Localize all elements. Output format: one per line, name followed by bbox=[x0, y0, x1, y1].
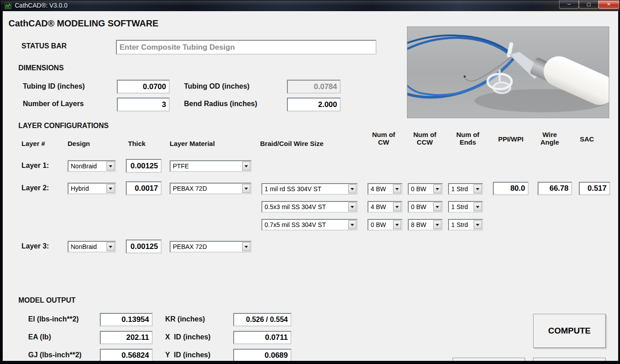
layer2-wire3-cw-select[interactable]: 0 BW bbox=[368, 219, 402, 231]
bend-radius-label: Bend Radius (inches) bbox=[184, 100, 257, 108]
y-id-output bbox=[233, 349, 291, 361]
layer2-thick-input[interactable] bbox=[126, 181, 162, 195]
layer2-wire1-size-value: 1 mil rd SS 304V ST bbox=[262, 185, 348, 193]
chevron-down-icon[interactable] bbox=[242, 184, 250, 193]
layer2-wire3-ccw-value: 8 BW bbox=[409, 221, 433, 228]
layer2-wire3-size-value: 0.7x5 mil SS 304V ST bbox=[262, 221, 348, 228]
layer2-wire3-ccw-select[interactable]: 8 BW bbox=[408, 219, 443, 231]
layer2-wire2-ends-value: 1 Strd bbox=[449, 203, 473, 210]
layer3-thick-input[interactable] bbox=[126, 240, 162, 253]
chevron-down-icon[interactable] bbox=[433, 202, 441, 211]
ea-label: EA (lb) bbox=[28, 333, 51, 341]
layer2-wire1-ends-value: 1 Strd bbox=[449, 185, 473, 193]
layer2-material-select[interactable]: PEBAX 72D bbox=[170, 183, 252, 194]
chevron-down-icon[interactable] bbox=[433, 220, 441, 229]
status-bar-label: STATUS BAR bbox=[21, 42, 67, 50]
chevron-down-icon[interactable] bbox=[393, 220, 401, 229]
chevron-down-icon[interactable] bbox=[107, 162, 115, 171]
col-design: Design bbox=[68, 140, 90, 147]
layer2-label: Layer 2: bbox=[21, 184, 49, 192]
layer2-design-select[interactable]: Hybrid bbox=[68, 183, 116, 194]
minimize-button[interactable]: ─ bbox=[559, 0, 579, 9]
layer2-wire2-size-value: 0.5x3 mil SS 304V ST bbox=[262, 203, 348, 210]
layer3-label: Layer 3: bbox=[21, 242, 49, 250]
layer3-material-value: PEBAX 72D bbox=[171, 243, 242, 250]
layer1-design-select[interactable]: NonBraid bbox=[68, 160, 116, 172]
layer3-material-select[interactable]: PEBAX 72D bbox=[170, 241, 252, 253]
layer2-wire3-ends-select[interactable]: 1 Strd bbox=[448, 219, 483, 231]
col-sac: SAC bbox=[569, 135, 605, 143]
compute-button[interactable]: COMPUTE bbox=[533, 314, 606, 348]
close-button[interactable]: ✕ bbox=[599, 0, 619, 9]
chevron-down-icon[interactable] bbox=[107, 184, 115, 193]
layer2-ppi-input[interactable] bbox=[493, 182, 529, 195]
layer2-wire2-ends-select[interactable]: 1 Strd bbox=[448, 201, 483, 213]
layer2-wire2-cw-select[interactable]: 4 BW bbox=[368, 201, 402, 213]
x-id-label: X ID (inches) bbox=[165, 333, 210, 341]
layer2-wire1-ends-select[interactable]: 1 Strd bbox=[448, 183, 483, 195]
layer3-design-select[interactable]: NonBraid bbox=[68, 241, 116, 253]
col-num-cw: Num ofCW bbox=[366, 131, 402, 146]
title-bar[interactable]: CathCAD®: V3.0.0 ─ ▢ ✕ bbox=[0, 0, 620, 11]
layer1-label: Layer 1: bbox=[21, 162, 49, 170]
layer2-wire2-ccw-select[interactable]: 0 BW bbox=[408, 201, 443, 213]
layer2-wire-angle-output bbox=[538, 182, 572, 195]
gj-label: GJ (lbs-inch**2) bbox=[28, 351, 81, 359]
chevron-down-icon[interactable] bbox=[348, 202, 356, 211]
y-id-label: Y ID (inches) bbox=[165, 351, 210, 359]
chevron-down-icon[interactable] bbox=[433, 184, 441, 193]
col-wire-angle: WireAngle bbox=[532, 131, 568, 146]
chevron-down-icon[interactable] bbox=[474, 220, 482, 229]
chevron-down-icon[interactable] bbox=[474, 202, 482, 211]
partial-button-right[interactable] bbox=[533, 358, 606, 361]
layer-config-section-label: LAYER CONFIGURATIONS bbox=[18, 122, 109, 130]
chevron-down-icon[interactable] bbox=[474, 184, 482, 193]
layer2-wire2-cw-value: 4 BW bbox=[368, 203, 393, 210]
chevron-down-icon[interactable] bbox=[393, 184, 401, 193]
col-layer: Layer # bbox=[21, 140, 45, 147]
number-of-layers-input[interactable] bbox=[117, 98, 170, 111]
layer1-thick-input[interactable] bbox=[126, 159, 162, 173]
layer3-design-value: NonBraid bbox=[68, 243, 106, 250]
layer2-wire3-size-select[interactable]: 0.7x5 mil SS 304V ST bbox=[261, 219, 358, 231]
layer2-wire2-size-select[interactable]: 0.5x3 mil SS 304V ST bbox=[261, 201, 358, 213]
maximize-button[interactable]: ▢ bbox=[579, 0, 599, 9]
chevron-down-icon[interactable] bbox=[242, 162, 250, 171]
layer2-design-value: Hybrid bbox=[68, 185, 106, 192]
layer2-wire1-cw-value: 4 BW bbox=[368, 185, 393, 193]
chevron-down-icon[interactable] bbox=[348, 220, 356, 229]
dimensions-section-label: DIMENSIONS bbox=[18, 64, 64, 72]
col-num-ends: Num ofEnds bbox=[450, 131, 486, 146]
tubing-od-output bbox=[287, 80, 341, 94]
tubing-od-label: Tubing OD (inches) bbox=[184, 82, 249, 90]
chevron-down-icon[interactable] bbox=[242, 242, 250, 251]
chevron-down-icon[interactable] bbox=[348, 184, 356, 193]
kr-output bbox=[233, 313, 291, 326]
bend-radius-input[interactable] bbox=[287, 98, 341, 111]
client-area: CathCAD® MODELING SOFTWARE STATUS BAR DI… bbox=[3, 11, 618, 361]
layer2-wire1-ccw-select[interactable]: 0 BW bbox=[408, 183, 443, 195]
layer2-wire1-cw-select[interactable]: 4 BW bbox=[368, 183, 402, 195]
kr-label: KR (inches) bbox=[165, 315, 205, 323]
layer2-material-value: PEBAX 72D bbox=[171, 185, 242, 192]
titlebar-sheen bbox=[0, 0, 620, 5]
tubing-id-input[interactable] bbox=[117, 80, 170, 94]
chevron-down-icon[interactable] bbox=[107, 242, 115, 251]
layer2-wire1-ccw-value: 0 BW bbox=[409, 185, 433, 193]
layer2-wire3-cw-value: 0 BW bbox=[368, 221, 393, 228]
catheter-photo bbox=[407, 26, 609, 118]
app-icon bbox=[4, 2, 12, 9]
partial-button-left[interactable] bbox=[453, 358, 525, 361]
number-of-layers-label: Number of Layers bbox=[23, 100, 84, 108]
layer2-wire3-ends-value: 1 Strd bbox=[449, 221, 473, 228]
model-output-section-label: MODEL OUTPUT bbox=[18, 296, 76, 304]
layer2-wire1-size-select[interactable]: 1 mil rd SS 304V ST bbox=[261, 183, 358, 195]
app-window: CathCAD®: V3.0.0 ─ ▢ ✕ CathCAD® MODELING… bbox=[0, 0, 620, 364]
layer1-material-select[interactable]: PTFE bbox=[170, 160, 252, 172]
layer2-wire2-ccw-value: 0 BW bbox=[409, 203, 433, 210]
gj-output bbox=[100, 349, 153, 361]
status-input[interactable] bbox=[116, 40, 376, 55]
layer1-material-value: PTFE bbox=[171, 163, 242, 170]
chevron-down-icon[interactable] bbox=[393, 202, 401, 211]
col-wire-size: Braid/Coil Wire Size bbox=[260, 140, 324, 147]
